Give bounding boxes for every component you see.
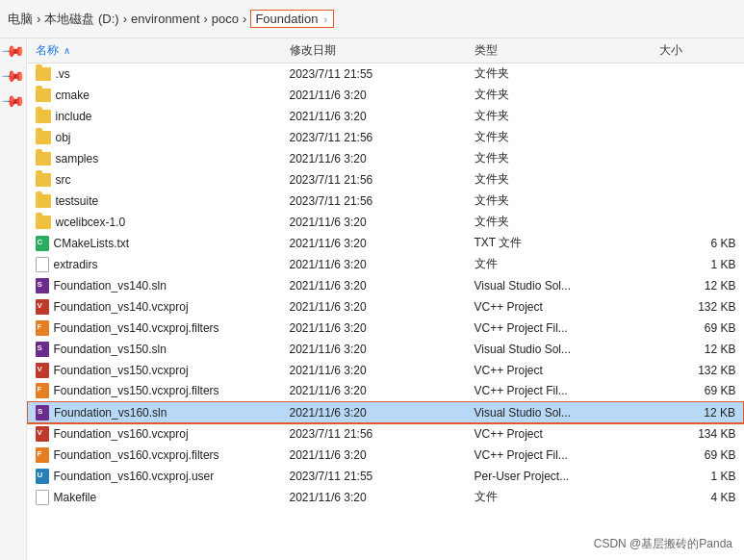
file-date: 2023/7/11 21:55 bbox=[282, 64, 467, 85]
breadcrumb-sep-1: › bbox=[37, 12, 40, 26]
breadcrumb-disk[interactable]: 本地磁盘 (D:) bbox=[44, 11, 118, 28]
file-name: cmake bbox=[56, 89, 90, 102]
file-type: 文件夹 bbox=[467, 127, 652, 148]
pin-icon-2[interactable]: 📌 bbox=[1, 64, 25, 89]
file-list-area[interactable]: 名称 ∧ 修改日期 类型 大小 bbox=[27, 38, 744, 560]
table-row[interactable]: Foundation_vs140.vcxproj 2021/11/6 3:20 … bbox=[28, 296, 744, 318]
file-name: Makefile bbox=[54, 491, 97, 504]
table-row[interactable]: obj 2023/7/11 21:56 文件夹 bbox=[28, 127, 744, 148]
table-row[interactable]: .vs 2023/7/11 21:55 文件夹 bbox=[28, 64, 744, 85]
file-size: 69 KB bbox=[652, 318, 744, 339]
file-type: TXT 文件 bbox=[467, 233, 652, 254]
breadcrumb-sep-3: › bbox=[204, 12, 208, 26]
file-size: 4 KB bbox=[652, 487, 744, 508]
table-row[interactable]: extradirs 2021/11/6 3:20 文件 1 KB bbox=[28, 254, 744, 275]
file-type: 文件 bbox=[467, 487, 652, 508]
table-row[interactable]: wcelibcex-1.0 2021/11/6 3:20 文件夹 bbox=[28, 212, 744, 233]
breadcrumb-poco[interactable]: poco bbox=[212, 12, 239, 26]
file-name-cell: samples bbox=[28, 148, 282, 169]
file-type: Visual Studio Sol... bbox=[467, 339, 652, 360]
table-row[interactable]: Makefile 2021/11/6 3:20 文件 4 KB bbox=[28, 487, 744, 508]
file-type: VC++ Project bbox=[467, 360, 652, 381]
cmake-icon bbox=[36, 236, 49, 251]
file-size bbox=[652, 191, 744, 212]
table-row[interactable]: Foundation_vs150.vcxproj.filters 2021/11… bbox=[28, 381, 744, 402]
table-header-row: 名称 ∧ 修改日期 类型 大小 bbox=[28, 38, 744, 64]
file-date: 2021/11/6 3:20 bbox=[282, 233, 467, 254]
file-name-cell: Foundation_vs160.vcxproj bbox=[28, 423, 282, 445]
col-header-type[interactable]: 类型 bbox=[467, 38, 652, 64]
file-date: 2021/11/6 3:20 bbox=[282, 106, 467, 127]
sln-icon bbox=[36, 278, 49, 293]
table-row[interactable]: Foundation_vs160.vcxproj.user 2023/7/11 … bbox=[28, 466, 744, 487]
file-type: 文件夹 bbox=[467, 148, 652, 169]
file-type: Visual Studio Sol... bbox=[467, 402, 652, 423]
file-name-cell: extradirs bbox=[28, 254, 282, 275]
table-row[interactable]: Foundation_vs140.vcxproj.filters 2021/11… bbox=[28, 318, 744, 339]
table-row[interactable]: Foundation_vs140.sln 2021/11/6 3:20 Visu… bbox=[28, 275, 744, 296]
file-size: 69 KB bbox=[652, 445, 744, 466]
breadcrumb-environment[interactable]: environment bbox=[131, 12, 200, 26]
file-size: 12 KB bbox=[652, 275, 744, 296]
table-row[interactable]: samples 2021/11/6 3:20 文件夹 bbox=[28, 148, 744, 169]
table-row[interactable]: Foundation_vs150.sln 2021/11/6 3:20 Visu… bbox=[28, 339, 744, 360]
col-header-name[interactable]: 名称 ∧ bbox=[28, 38, 282, 64]
file-icon bbox=[36, 257, 49, 272]
file-name: extradirs bbox=[54, 258, 98, 271]
vcxproj-user-icon bbox=[36, 469, 49, 484]
vcxproj-icon bbox=[36, 363, 49, 378]
file-size: 134 KB bbox=[652, 423, 744, 445]
file-size: 132 KB bbox=[652, 360, 744, 381]
folder-icon bbox=[36, 110, 51, 123]
file-name-cell: obj bbox=[28, 127, 282, 148]
vcxproj-icon bbox=[36, 426, 49, 442]
file-size: 69 KB bbox=[652, 381, 744, 402]
file-table: 名称 ∧ 修改日期 类型 大小 bbox=[27, 38, 744, 508]
table-row[interactable]: Foundation_vs160.sln 2021/11/6 3:20 Visu… bbox=[28, 402, 744, 423]
folder-icon bbox=[36, 89, 51, 102]
breadcrumb-computer[interactable]: 电脑 bbox=[8, 11, 33, 28]
file-type: 文件 bbox=[467, 254, 652, 275]
pin-icon-3[interactable]: 📌 bbox=[1, 89, 25, 114]
file-type: VC++ Project bbox=[467, 296, 652, 318]
table-row[interactable]: Foundation_vs160.vcxproj.filters 2021/11… bbox=[28, 445, 744, 466]
table-row[interactable]: Foundation_vs150.vcxproj 2021/11/6 3:20 … bbox=[28, 360, 744, 381]
file-size bbox=[652, 148, 744, 169]
col-header-size[interactable]: 大小 bbox=[652, 38, 744, 64]
file-size bbox=[652, 106, 744, 127]
file-size: 1 KB bbox=[652, 254, 744, 275]
file-name: samples bbox=[56, 152, 99, 165]
table-row[interactable]: Foundation_vs160.vcxproj 2023/7/11 21:56… bbox=[28, 423, 744, 445]
folder-icon bbox=[36, 173, 51, 187]
file-name: src bbox=[56, 173, 71, 187]
file-name-cell: Foundation_vs150.vcxproj bbox=[28, 360, 282, 381]
pin-icon-1[interactable]: 📌 bbox=[1, 39, 25, 64]
file-name: testsuite bbox=[56, 194, 99, 208]
col-header-date[interactable]: 修改日期 bbox=[282, 38, 467, 64]
breadcrumb-foundation[interactable]: Foundation › bbox=[250, 10, 334, 28]
table-row[interactable]: include 2021/11/6 3:20 文件夹 bbox=[28, 106, 744, 127]
file-explorer-window: 电脑 › 本地磁盘 (D:) › environment › poco › Fo… bbox=[0, 0, 744, 560]
table-row[interactable]: testsuite 2023/7/11 21:56 文件夹 bbox=[28, 191, 744, 212]
file-size bbox=[652, 212, 744, 233]
file-name-cell: include bbox=[28, 106, 282, 127]
table-row[interactable]: cmake 2021/11/6 3:20 文件夹 bbox=[28, 85, 744, 106]
file-size bbox=[652, 127, 744, 148]
table-row[interactable]: CMakeLists.txt 2021/11/6 3:20 TXT 文件 6 K… bbox=[28, 233, 744, 254]
breadcrumb-foundation-label: Foundation bbox=[255, 12, 318, 26]
table-row[interactable]: src 2023/7/11 21:56 文件夹 bbox=[28, 169, 744, 191]
file-name-cell: Makefile bbox=[28, 487, 282, 508]
file-type: 文件夹 bbox=[467, 85, 652, 106]
file-size: 1 KB bbox=[652, 466, 744, 487]
file-date: 2021/11/6 3:20 bbox=[282, 381, 467, 402]
vcxproj-filters-icon bbox=[36, 447, 49, 463]
vcxproj-icon bbox=[36, 299, 49, 315]
folder-icon bbox=[36, 152, 51, 165]
file-size: 132 KB bbox=[652, 296, 744, 318]
file-date: 2023/7/11 21:55 bbox=[282, 466, 467, 487]
file-name-cell: Foundation_vs150.sln bbox=[28, 339, 282, 360]
file-date: 2021/11/6 3:20 bbox=[282, 85, 467, 106]
file-name-cell: Foundation_vs150.vcxproj.filters bbox=[28, 381, 282, 402]
file-type: VC++ Project Fil... bbox=[467, 381, 652, 402]
file-name-cell: Foundation_vs160.vcxproj.user bbox=[28, 466, 282, 487]
